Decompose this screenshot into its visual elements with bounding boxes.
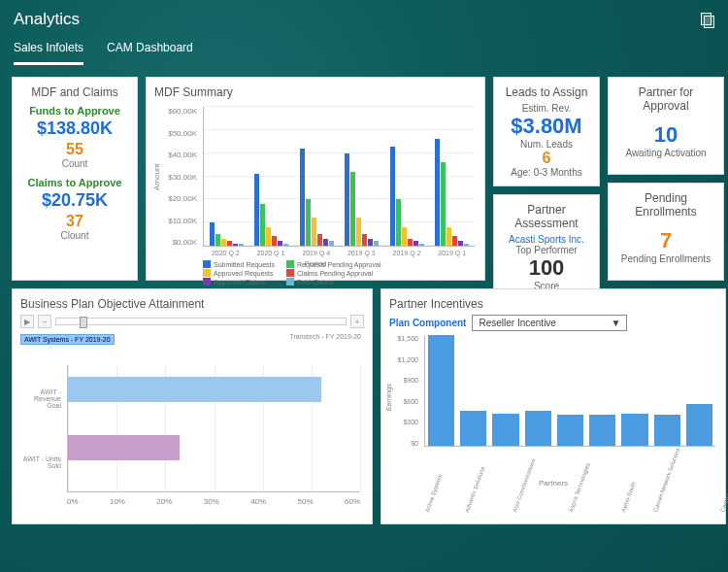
- y-tick: $600: [389, 398, 418, 405]
- bar[interactable]: [260, 204, 265, 246]
- bar[interactable]: [345, 153, 349, 246]
- bar[interactable]: [362, 234, 367, 246]
- bar[interactable]: [233, 244, 238, 246]
- legend-item: Requests Pending Approval: [286, 260, 381, 268]
- card-mdf-claims: MDF and Claims Funds to Approve $138.80K…: [12, 77, 138, 281]
- bar[interactable]: [441, 162, 446, 246]
- bar[interactable]: [329, 241, 334, 246]
- card-leads-assign: Leads to Assign Estim. Rev. $3.80M Num. …: [493, 77, 600, 186]
- x-tick: 50%: [298, 497, 314, 506]
- bar[interactable]: [458, 241, 463, 246]
- bar[interactable]: [408, 239, 413, 246]
- top-performer-label: Top Performer: [502, 245, 591, 255]
- bar[interactable]: [278, 241, 282, 246]
- partner-link[interactable]: Acasti Sports Inc.: [502, 234, 591, 245]
- bar[interactable]: [317, 234, 322, 246]
- bar[interactable]: [210, 222, 215, 246]
- bp-chart: AWIT - Revenue Goal AWIT - Units Sold 0%…: [20, 346, 364, 516]
- card-partner-assessment: Partner Assessment Acasti Sports Inc. To…: [493, 194, 600, 300]
- hbar[interactable]: [68, 435, 180, 460]
- tab-cam-dashboard[interactable]: CAM Dashboard: [107, 35, 193, 65]
- bar[interactable]: [460, 411, 486, 446]
- bar[interactable]: [589, 415, 615, 446]
- bar[interactable]: [452, 236, 457, 246]
- score-value: 100: [502, 255, 591, 281]
- plan-component-select[interactable]: Reseller Incentive ▼: [472, 315, 627, 331]
- x-tick: Caretrack Consulting, Ltd.: [719, 448, 728, 513]
- play-icon[interactable]: ▶: [20, 315, 34, 328]
- estim-rev-value[interactable]: $3.80M: [502, 114, 591, 139]
- copy-icon[interactable]: [701, 13, 714, 26]
- bar[interactable]: [239, 244, 244, 246]
- y-tick: $300: [389, 419, 418, 425]
- bar[interactable]: [368, 239, 373, 246]
- card-pending-enrollments: Pending Enrollments 7 Pending Enrollment…: [608, 183, 724, 281]
- bar[interactable]: [402, 227, 407, 246]
- bar[interactable]: [215, 234, 220, 246]
- bar[interactable]: [654, 415, 680, 446]
- claims-count: 37: [20, 213, 129, 230]
- bar[interactable]: [396, 199, 401, 246]
- legend-item: Paid Claims: [286, 278, 381, 286]
- bp-tag-right: Transtech - FY 2019-20: [286, 332, 364, 341]
- claims-count-label: Clount: [20, 230, 129, 241]
- bar[interactable]: [621, 414, 647, 446]
- x-tick: 10%: [110, 497, 125, 506]
- bar[interactable]: [686, 404, 712, 446]
- bar[interactable]: [254, 174, 259, 246]
- card-title: Business Plan Objective Attainment: [20, 297, 364, 311]
- card-title: MDF Summary: [154, 85, 477, 99]
- x-axis-title: Partners: [389, 479, 717, 488]
- bar[interactable]: [525, 411, 551, 446]
- page-title: Analytics: [14, 10, 80, 29]
- bar[interactable]: [447, 227, 451, 246]
- x-tick: 2019 Q 2: [384, 250, 430, 256]
- bar[interactable]: [414, 241, 418, 246]
- bar[interactable]: [272, 236, 277, 246]
- tab-sales-infolets[interactable]: Sales Infolets: [14, 35, 83, 65]
- card-title: Partner Assessment: [502, 203, 591, 230]
- claims-approve-label: Claims to Approve: [20, 177, 129, 188]
- pending-enrollments-sub: Pending Enrollments: [616, 253, 715, 264]
- funds-approve-value[interactable]: $138.80K: [20, 118, 129, 139]
- leads-age: Age: 0-3 Months: [502, 167, 591, 178]
- pending-enrollments-value[interactable]: 7: [616, 228, 715, 253]
- bar[interactable]: [492, 414, 518, 446]
- bar[interactable]: [312, 218, 316, 246]
- bar[interactable]: [557, 415, 583, 446]
- bar[interactable]: [428, 335, 454, 446]
- x-tick: 20%: [156, 497, 172, 506]
- legend-item: Claims Pending Approval: [286, 269, 381, 277]
- plan-component-label: Plan Component: [389, 318, 466, 328]
- bp-tag-left[interactable]: AWIT Systems - FY 2019-20: [20, 334, 115, 345]
- bar[interactable]: [356, 218, 361, 246]
- minus-icon[interactable]: −: [38, 315, 51, 328]
- bar[interactable]: [227, 241, 232, 246]
- claims-approve-value[interactable]: $20.75K: [20, 190, 129, 211]
- bar[interactable]: [464, 244, 469, 246]
- bar[interactable]: [323, 239, 328, 246]
- bar[interactable]: [374, 241, 379, 246]
- hbar[interactable]: [68, 377, 321, 402]
- bar[interactable]: [221, 239, 226, 246]
- bar[interactable]: [350, 172, 355, 246]
- x-tick: 60%: [345, 497, 360, 506]
- x-tick: 2019 Q 4: [293, 250, 339, 256]
- bar[interactable]: [419, 244, 424, 246]
- bar[interactable]: [266, 227, 271, 246]
- mdf-summary-chart: Amount $60.00K $50.00K $40.00K $30.00K $…: [154, 103, 477, 278]
- bp-slider[interactable]: [55, 318, 347, 325]
- card-title: MDF and Claims: [20, 85, 129, 99]
- plus-icon[interactable]: +: [350, 315, 364, 328]
- partner-approval-value[interactable]: 10: [616, 122, 715, 148]
- plan-component-value: Reseller Incentive: [479, 318, 555, 328]
- bar[interactable]: [306, 199, 311, 246]
- funds-approve-label: Funds to Approve: [20, 105, 129, 117]
- bar[interactable]: [300, 149, 305, 246]
- bar[interactable]: [283, 244, 288, 246]
- num-leads-label: Num. Leads: [502, 139, 591, 150]
- card-partner-incentives: Partner Incentives Plan Component Resell…: [381, 288, 726, 524]
- bar[interactable]: [435, 139, 440, 246]
- bar[interactable]: [390, 147, 395, 246]
- partner-approval-sub: Awaiting Activation: [616, 148, 715, 158]
